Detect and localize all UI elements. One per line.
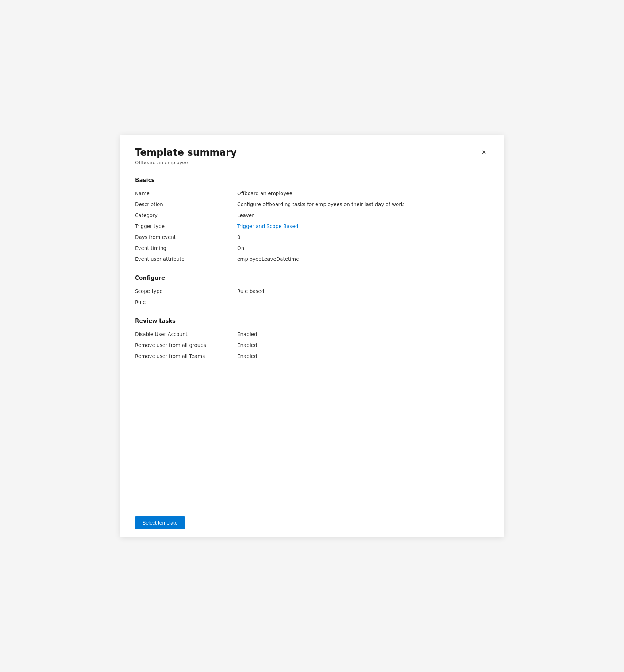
field-event-timing: Event timing On bbox=[135, 243, 489, 254]
field-days-from-event: Days from event 0 bbox=[135, 232, 489, 243]
field-disable-user-account: Disable User Account Enabled bbox=[135, 329, 489, 340]
panel-header: Template summary Offboard an employee × bbox=[135, 147, 489, 165]
field-label-days-from-event: Days from event bbox=[135, 234, 237, 240]
field-label-disable-user-account: Disable User Account bbox=[135, 331, 237, 337]
field-label-name: Name bbox=[135, 190, 237, 196]
review-tasks-heading: Review tasks bbox=[135, 318, 489, 324]
field-value-name: Offboard an employee bbox=[237, 190, 292, 196]
field-remove-user-teams: Remove user from all Teams Enabled bbox=[135, 351, 489, 362]
field-value-remove-user-teams: Enabled bbox=[237, 353, 257, 359]
field-trigger-type: Trigger type Trigger and Scope Based bbox=[135, 221, 489, 232]
field-event-user-attribute: Event user attribute employeeLeaveDateti… bbox=[135, 254, 489, 264]
field-value-category: Leaver bbox=[237, 212, 254, 218]
field-label-category: Category bbox=[135, 212, 237, 218]
field-value-remove-user-groups: Enabled bbox=[237, 342, 257, 348]
configure-heading: Configure bbox=[135, 275, 489, 281]
select-template-button[interactable]: Select template bbox=[135, 516, 185, 529]
field-value-event-timing: On bbox=[237, 245, 244, 251]
field-value-event-user-attribute: employeeLeaveDatetime bbox=[237, 256, 299, 262]
field-description: Description Configure offboarding tasks … bbox=[135, 199, 489, 210]
field-label-remove-user-groups: Remove user from all groups bbox=[135, 342, 237, 348]
field-value-scope-type: Rule based bbox=[237, 288, 264, 294]
panel-footer: Select template bbox=[120, 509, 504, 537]
title-block: Template summary Offboard an employee bbox=[135, 147, 237, 165]
field-remove-user-groups: Remove user from all groups Enabled bbox=[135, 340, 489, 351]
field-label-description: Description bbox=[135, 201, 237, 207]
field-label-event-user-attribute: Event user attribute bbox=[135, 256, 237, 262]
close-button[interactable]: × bbox=[479, 147, 489, 157]
field-value-disable-user-account: Enabled bbox=[237, 331, 257, 337]
field-value-trigger-type: Trigger and Scope Based bbox=[237, 223, 298, 229]
field-label-event-timing: Event timing bbox=[135, 245, 237, 251]
panel-title: Template summary bbox=[135, 147, 237, 158]
basics-heading: Basics bbox=[135, 177, 489, 184]
field-category: Category Leaver bbox=[135, 210, 489, 221]
field-label-scope-type: Scope type bbox=[135, 288, 237, 294]
field-label-rule: Rule bbox=[135, 299, 237, 305]
template-summary-panel: Template summary Offboard an employee × … bbox=[120, 135, 504, 537]
field-value-description: Configure offboarding tasks for employee… bbox=[237, 201, 404, 207]
field-rule: Rule bbox=[135, 297, 489, 308]
panel-subtitle: Offboard an employee bbox=[135, 160, 237, 165]
field-label-remove-user-teams: Remove user from all Teams bbox=[135, 353, 237, 359]
field-value-days-from-event: 0 bbox=[237, 234, 240, 240]
field-label-trigger-type: Trigger type bbox=[135, 223, 237, 229]
field-name: Name Offboard an employee bbox=[135, 188, 489, 199]
field-scope-type: Scope type Rule based bbox=[135, 286, 489, 297]
